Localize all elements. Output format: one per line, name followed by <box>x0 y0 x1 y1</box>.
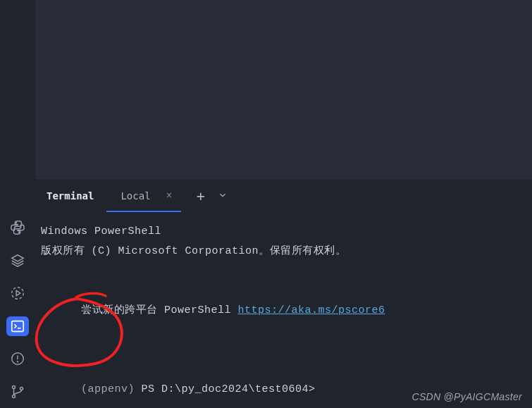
terminal-line: 尝试新的跨平台 PowerShell https://aka.ms/pscore… <box>41 281 526 340</box>
svg-marker-4 <box>16 291 20 296</box>
activity-bar <box>0 0 35 408</box>
svg-marker-2 <box>12 255 24 261</box>
svg-point-1 <box>19 233 20 233</box>
terminal-line <box>41 261 526 281</box>
terminal-tabs: Terminal Local × + <box>35 180 532 212</box>
terminal-line: Windows PowerShell <box>41 222 526 242</box>
activity-problems[interactable] <box>6 349 29 369</box>
layers-icon <box>10 253 25 268</box>
terminal-tab-title[interactable]: Terminal <box>47 190 104 202</box>
add-terminal-button[interactable]: + <box>191 187 211 204</box>
svg-point-3 <box>12 288 24 299</box>
python-icon <box>10 220 25 235</box>
terminal-dropdown[interactable] <box>214 190 232 203</box>
svg-point-11 <box>12 395 15 397</box>
chevron-down-icon <box>218 190 228 200</box>
prompt-path: PS D:\py_doc2024\test0604> <box>135 383 316 395</box>
terminal-tab-local-label: Local <box>112 182 156 209</box>
svg-point-12 <box>20 387 23 390</box>
terminal-line: 版权所有 (C) Microsoft Corporation。保留所有权利。 <box>41 242 526 261</box>
activity-python[interactable] <box>6 218 29 238</box>
activity-git[interactable] <box>6 382 29 402</box>
svg-point-10 <box>12 385 15 388</box>
svg-point-9 <box>18 361 18 362</box>
terminal-output[interactable]: Windows PowerShell 版权所有 (C) Microsoft Co… <box>35 212 532 408</box>
close-icon[interactable]: × <box>163 189 175 202</box>
svg-point-0 <box>16 223 16 223</box>
activity-terminal[interactable] <box>6 316 29 337</box>
watermark: CSDN @PyAIGCMaster <box>412 391 522 402</box>
warning-circle-icon <box>10 351 25 366</box>
editor-pane <box>35 0 532 180</box>
activity-layers[interactable] <box>6 251 29 271</box>
git-branch-icon <box>10 384 25 400</box>
pscore-link[interactable]: https://aka.ms/pscore6 <box>238 304 385 316</box>
svg-rect-5 <box>12 321 24 331</box>
terminal-icon <box>10 319 25 334</box>
terminal-line <box>41 340 526 360</box>
terminal-panel: Terminal Local × + Windows PowerShell 版权… <box>35 180 532 408</box>
activity-run[interactable] <box>6 283 29 304</box>
terminal-tab-local[interactable]: Local × <box>106 180 180 212</box>
venv-indicator: (appenv) <box>81 383 135 395</box>
terminal-text: 尝试新的跨平台 PowerShell <box>81 304 238 316</box>
play-circle-icon <box>10 285 25 301</box>
